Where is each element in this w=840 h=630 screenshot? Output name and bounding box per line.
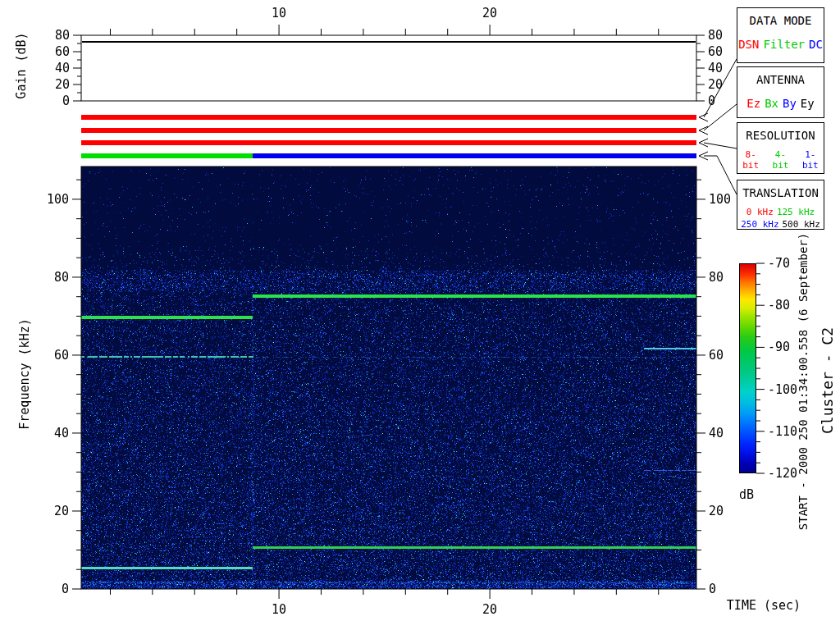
arrow-head <box>699 143 708 147</box>
colorbar-tick-label: -100 <box>768 382 797 397</box>
freq-tick-label-right: 40 <box>709 426 724 441</box>
legend-option-8-bit: 8-bit <box>737 149 764 171</box>
colorbar-tick-label: -70 <box>768 256 790 271</box>
arrow-head <box>699 117 708 121</box>
spectrogram-canvas <box>81 167 696 589</box>
gain-axis-title: Gain (dB) <box>14 32 29 98</box>
panel-translation: TRANSLATION 0 kHz125 kHz 250 kHz500 kHz <box>737 180 824 230</box>
colorbar-tick-label: -80 <box>768 298 790 313</box>
gain-tick-label-left: 20 <box>55 77 70 92</box>
time-tick-label-bottom: 10 <box>272 602 286 617</box>
panel-data-mode-options: DSNFilterDC <box>737 38 824 51</box>
arrow-head <box>699 139 708 143</box>
arrow-head <box>699 130 708 135</box>
translation-bar <box>253 153 696 158</box>
translation-bar <box>81 153 253 158</box>
colorbar-tick-label: -110 <box>768 424 797 439</box>
gain-tick-label-left: 40 <box>55 61 70 75</box>
panel-antenna-title: ANTENNA <box>737 67 824 86</box>
freq-tick-label-left: 20 <box>54 504 69 518</box>
gain-tick-label-right: 40 <box>708 61 723 75</box>
panel-data-mode-title: DATA MODE <box>737 8 824 27</box>
arrow-connector <box>704 59 737 117</box>
colorbar <box>739 263 756 473</box>
gain-plot-box <box>81 35 696 101</box>
gain-tick-label-right: 60 <box>708 44 723 59</box>
freq-tick-label-left: 0 <box>62 582 69 596</box>
frequency-axis-title: Frequency (kHz) <box>17 318 32 429</box>
panel-resolution: RESOLUTION 8-bit4-bit1-bit <box>737 122 824 174</box>
panel-resolution-options: 8-bit4-bit1-bit <box>737 149 824 171</box>
gain-tick-label-left: 80 <box>55 28 70 43</box>
panel-translation-options: 0 kHz125 kHz <box>737 207 824 217</box>
time-tick-label-bottom: 20 <box>482 602 497 617</box>
panel-antenna-options: EzBxByEy <box>737 97 824 110</box>
legend-option-500-khz: 500 kHz <box>783 219 820 230</box>
panel-translation-title: TRANSLATION <box>737 180 824 199</box>
gain-tick-label-left: 60 <box>55 44 70 59</box>
resolution-bar <box>81 140 696 145</box>
legend-option-250-khz: 250 kHz <box>741 219 778 230</box>
panel-resolution-title: RESOLUTION <box>737 123 824 142</box>
time-axis-title: TIME (sec) <box>727 598 801 613</box>
gain-tick-label-right: 80 <box>708 28 723 43</box>
legend-option-filter: Filter <box>763 38 805 51</box>
freq-tick-label-left: 60 <box>54 348 69 363</box>
freq-tick-label-right: 80 <box>709 270 724 285</box>
legend-option-1-bit: 1-bit <box>797 149 824 171</box>
freq-tick-label-right: 20 <box>709 504 724 518</box>
freq-tick-label-right: 60 <box>709 348 724 363</box>
colorbar-tick-label: -90 <box>768 340 790 354</box>
spacecraft-annotation: Cluster - C2 <box>819 327 836 434</box>
arrow-head <box>699 156 708 160</box>
gain-tick-label-left: 0 <box>62 94 70 108</box>
legend-option-125-khz: 125 kHz <box>777 207 815 217</box>
legend-option-bx: Bx <box>765 97 778 110</box>
panel-antenna: ANTENNA EzBxByEy <box>737 66 824 118</box>
legend-option-by: By <box>783 97 797 110</box>
legend-option-dsn: DSN <box>738 38 759 51</box>
gain-tick-label-right: 0 <box>708 94 715 108</box>
freq-tick-label-left: 100 <box>47 192 69 207</box>
start-time-annotation: START - 2000 250 01:34:00.558 (6 Septemb… <box>797 233 810 530</box>
panel-translation-options-row2: 250 kHz500 kHz <box>737 219 824 230</box>
gain-tick-label-right: 20 <box>708 77 723 92</box>
panel-data-mode: DATA MODE DSNFilterDC <box>737 7 824 63</box>
wbd-spectrogram-display: 0020204040606080801020002020404060608080… <box>0 0 840 630</box>
legend-option-0-khz: 0 kHz <box>746 207 774 217</box>
arrow-connector <box>704 143 737 148</box>
arrow-head <box>699 113 708 117</box>
arrow-connector <box>704 104 737 130</box>
colorbar-unit: dB <box>739 487 754 502</box>
legend-option-4-bit: 4-bit <box>767 149 793 171</box>
legend-option-dc: DC <box>809 38 823 51</box>
legend-option-ez: Ez <box>746 97 760 110</box>
data-mode-bar <box>81 115 696 120</box>
freq-tick-label-right: 0 <box>709 582 716 596</box>
arrow-head <box>699 126 708 130</box>
colorbar-tick-label: -120 <box>768 466 797 481</box>
freq-tick-label-left: 40 <box>54 426 69 441</box>
freq-tick-label-left: 80 <box>54 270 69 285</box>
arrow-connector <box>704 156 737 194</box>
time-tick-label-top: 10 <box>272 6 286 21</box>
arrow-head <box>699 152 708 156</box>
time-tick-label-top: 20 <box>482 6 497 21</box>
legend-option-ey: Ey <box>801 97 815 110</box>
freq-tick-label-right: 100 <box>709 192 731 207</box>
antenna-bar <box>81 128 696 133</box>
